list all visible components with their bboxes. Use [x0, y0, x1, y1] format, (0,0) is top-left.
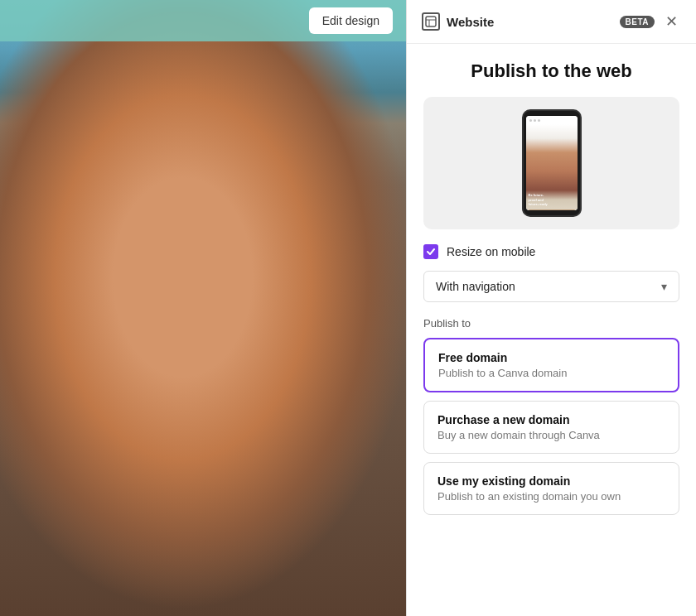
phone-text-overlay: Be future-proof andfuture-ready: [529, 193, 575, 206]
resize-mobile-row: Resize on mobile: [423, 244, 679, 259]
left-panel: Edit design: [0, 0, 406, 616]
navigation-dropdown-value: With navigation: [436, 280, 515, 293]
phone-preview-container: Be future-proof andfuture-ready We empow…: [423, 97, 679, 229]
panel-content: Publish to the web Be future-proof andfu…: [407, 44, 696, 616]
chevron-down-icon: ▾: [661, 280, 667, 293]
beta-badge: BETA: [620, 16, 655, 28]
resize-mobile-checkbox[interactable]: [423, 244, 438, 259]
phone-screen: Be future-proof andfuture-ready We empow…: [526, 116, 578, 210]
resize-mobile-label: Resize on mobile: [447, 245, 535, 258]
navigation-dropdown[interactable]: With navigation ▾: [423, 271, 679, 302]
free-domain-option[interactable]: Free domain Publish to a Canva domain: [423, 338, 679, 392]
panel-header-right: BETA ✕: [620, 12, 681, 31]
purchase-domain-option[interactable]: Purchase a new domain Buy a new domain t…: [423, 401, 679, 454]
existing-domain-desc: Publish to an existing domain you own: [437, 490, 665, 503]
website-icon: [422, 12, 440, 31]
existing-domain-title: Use my existing domain: [437, 474, 665, 488]
panel-header: Website BETA ✕: [407, 0, 696, 44]
free-domain-title: Free domain: [438, 351, 665, 364]
free-domain-desc: Publish to a Canva domain: [438, 367, 665, 379]
phone-mockup: Be future-proof andfuture-ready We empow…: [522, 109, 582, 217]
phone-dot-2: [534, 119, 536, 122]
phone-screen-content: Be future-proof andfuture-ready We empow…: [526, 124, 578, 210]
phone-bottom-text: We empower businesses: [529, 209, 575, 210]
panel-title: Website: [447, 15, 494, 29]
svg-rect-0: [426, 17, 436, 26]
background-photo: [0, 0, 406, 616]
phone-dot-1: [529, 119, 532, 122]
panel-header-left: Website: [422, 12, 494, 31]
purchase-domain-title: Purchase a new domain: [437, 413, 665, 426]
phone-top-bar: [526, 116, 578, 124]
publish-title: Publish to the web: [423, 60, 679, 82]
publish-to-label: Publish to: [423, 317, 679, 330]
top-bar: Edit design: [0, 0, 406, 41]
phone-dot-3: [538, 119, 540, 122]
close-button[interactable]: ✕: [661, 12, 681, 31]
existing-domain-option[interactable]: Use my existing domain Publish to an exi…: [423, 462, 679, 515]
right-panel: Website BETA ✕ Publish to the web Be fut…: [406, 0, 696, 616]
purchase-domain-desc: Buy a new domain through Canva: [437, 429, 665, 441]
edit-design-button[interactable]: Edit design: [309, 7, 393, 34]
